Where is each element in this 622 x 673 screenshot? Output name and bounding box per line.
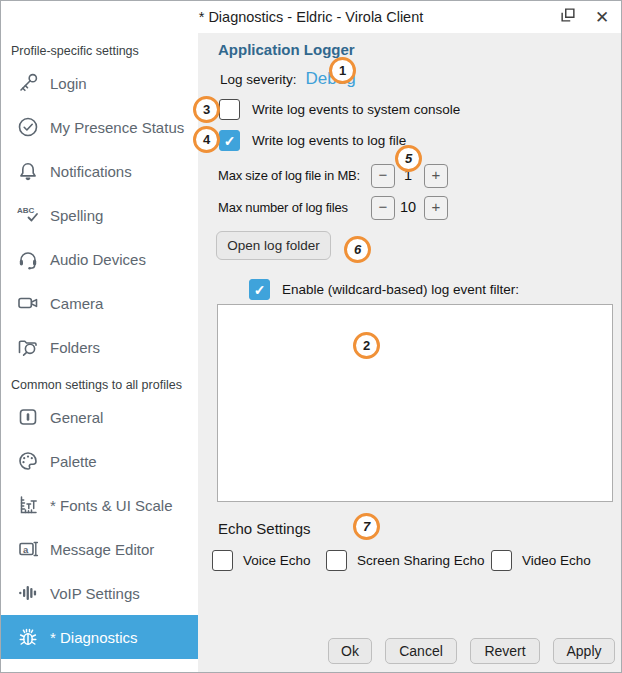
sidebar-item-diagnostics[interactable]: * Diagnostics [1, 615, 198, 659]
console-log-row: ✓ Write log events to system console [219, 99, 460, 120]
sidebar-section-profile: Profile-specific settings [11, 44, 198, 61]
checkmark-icon: ✓ [224, 134, 236, 148]
annotation-badge-6: 6 [344, 236, 371, 263]
presence-status-icon [15, 114, 41, 140]
annotation-badge-7: 7 [353, 513, 380, 540]
file-log-checkbox[interactable]: ✓ [219, 130, 240, 151]
console-log-checkbox[interactable]: ✓ [219, 99, 240, 120]
sidebar-item-my-presence-status[interactable]: My Presence Status [1, 105, 198, 149]
max-log-files-decrement-button[interactable]: − [371, 196, 395, 220]
max-log-size-label: Max size of log file in MB: [218, 168, 360, 183]
headset-icon [15, 246, 41, 272]
log-filter-label: Enable (wildcard-based) log event filter… [282, 282, 519, 297]
max-log-size-row: Max size of log file in MB: − 1 + [218, 164, 468, 188]
voice-echo-row: ✓ Voice Echo [212, 550, 311, 571]
restore-icon [559, 6, 577, 28]
max-log-files-label: Max number of log files [218, 200, 348, 215]
dialog-footer: Ok Cancel Revert Apply [328, 638, 615, 664]
settings-window: * Diagnostics - Eldric - Virola Client ✕… [0, 0, 622, 673]
echo-settings-heading: Echo Settings [218, 520, 311, 537]
max-log-files-row: Max number of log files − 10 + [218, 196, 468, 220]
general-icon [15, 404, 41, 430]
max-log-size-increment-button[interactable]: + [424, 164, 448, 188]
restore-window-button[interactable] [551, 1, 585, 33]
close-icon: ✕ [595, 7, 609, 28]
titlebar: * Diagnostics - Eldric - Virola Client ✕ [1, 1, 621, 33]
sidebar-item-label: Spelling [50, 207, 103, 224]
bug-icon [15, 624, 41, 650]
sidebar-item-label: Camera [50, 295, 103, 312]
sidebar-item-fonts-ui-scale[interactable]: * Fonts & UI Scale [1, 483, 198, 527]
sidebar-item-label: Login [50, 75, 87, 92]
sidebar-item-label: Folders [50, 339, 100, 356]
sidebar-item-palette[interactable]: Palette [1, 439, 198, 483]
screen-sharing-echo-row: ✓ Screen Sharing Echo [326, 550, 485, 571]
sidebar-item-label: Palette [50, 453, 97, 470]
revert-button[interactable]: Revert [470, 638, 540, 664]
annotation-badge-3: 3 [193, 96, 220, 123]
voip-bars-icon [15, 580, 41, 606]
sidebar-item-camera[interactable]: Camera [1, 281, 198, 325]
log-severity-label: Log severity: [220, 72, 297, 87]
svg-text:a: a [23, 544, 29, 555]
sidebar-item-message-editor[interactable]: a Message Editor [1, 527, 198, 571]
cancel-button[interactable]: Cancel [385, 638, 457, 664]
diagnostics-panel: Application Logger Log severity: Debug ✓… [198, 33, 621, 672]
file-log-row: ✓ Write log events to log file [219, 130, 406, 151]
voice-echo-label: Voice Echo [243, 553, 311, 568]
sidebar-item-label: VoIP Settings [50, 585, 140, 602]
sidebar-item-label: Audio Devices [50, 251, 146, 268]
annotation-badge-4: 4 [193, 126, 220, 153]
voice-echo-checkbox[interactable]: ✓ [212, 550, 233, 571]
sidebar-item-label: General [50, 409, 103, 426]
sidebar-section-common: Common settings to all profiles [11, 378, 198, 395]
folder-search-icon [15, 334, 41, 360]
bell-icon [15, 158, 41, 184]
sidebar-item-label: Message Editor [50, 541, 154, 558]
camera-icon [15, 290, 41, 316]
fonts-scale-icon [15, 492, 41, 518]
apply-button[interactable]: Apply [553, 638, 615, 664]
sidebar-item-spelling[interactable]: ABC Spelling [1, 193, 198, 237]
message-editor-icon: a [15, 536, 41, 562]
svg-text:ABC: ABC [17, 206, 35, 215]
annotation-badge-5: 5 [395, 145, 422, 172]
sidebar-item-label: * Fonts & UI Scale [50, 497, 173, 514]
log-filter-row: ✓ Enable (wildcard-based) log event filt… [249, 279, 519, 300]
max-log-files-increment-button[interactable]: + [424, 196, 448, 220]
video-echo-row: ✓ Video Echo [491, 550, 591, 571]
video-echo-checkbox[interactable]: ✓ [491, 550, 512, 571]
screen-sharing-echo-label: Screen Sharing Echo [357, 553, 485, 568]
open-log-folder-button[interactable]: Open log folder [216, 231, 331, 260]
max-log-files-value: 10 [394, 199, 422, 215]
palette-icon [15, 448, 41, 474]
annotation-badge-2: 2 [353, 332, 380, 359]
annotation-badge-1: 1 [329, 57, 356, 84]
console-log-label: Write log events to system console [252, 102, 460, 117]
application-logger-heading: Application Logger [218, 41, 355, 58]
log-filter-checkbox[interactable]: ✓ [249, 279, 270, 300]
sidebar-item-label: * Diagnostics [50, 629, 138, 646]
sidebar-item-audio-devices[interactable]: Audio Devices [1, 237, 198, 281]
checkmark-icon: ✓ [254, 283, 266, 297]
sidebar-item-label: Notifications [50, 163, 132, 180]
sidebar-item-folders[interactable]: Folders [1, 325, 198, 369]
sidebar-item-notifications[interactable]: Notifications [1, 149, 198, 193]
ok-button[interactable]: Ok [328, 638, 372, 664]
spelling-check-icon: ABC [15, 202, 41, 228]
sidebar-item-voip-settings[interactable]: VoIP Settings [1, 571, 198, 615]
window-title: * Diagnostics - Eldric - Virola Client [1, 1, 621, 33]
max-log-size-decrement-button[interactable]: − [371, 164, 395, 188]
file-log-label: Write log events to log file [252, 133, 406, 148]
close-window-button[interactable]: ✕ [585, 1, 619, 33]
key-icon [15, 70, 41, 96]
sidebar-item-login[interactable]: Login [1, 61, 198, 105]
sidebar-item-label: My Presence Status [50, 119, 184, 136]
log-filter-textarea[interactable] [217, 304, 613, 502]
screen-sharing-echo-checkbox[interactable]: ✓ [326, 550, 347, 571]
settings-sidebar: Profile-specific settings Login My Prese… [1, 33, 198, 672]
video-echo-label: Video Echo [522, 553, 591, 568]
sidebar-item-general[interactable]: General [1, 395, 198, 439]
